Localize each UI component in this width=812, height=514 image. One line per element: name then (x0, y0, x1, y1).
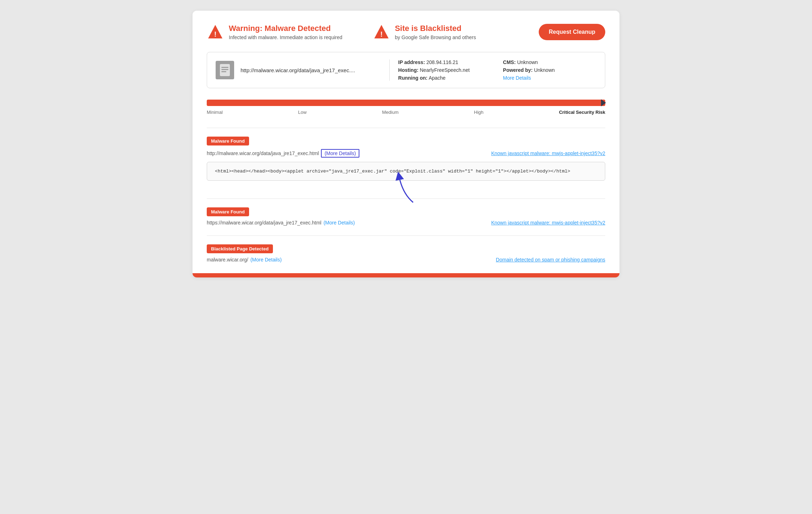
site-info-right: IP address: 208.94.116.21 CMS: Unknown H… (398, 59, 596, 81)
hosting-label: Hosting: (398, 67, 418, 73)
blacklisted-url: malware.wicar.org/ (207, 257, 248, 263)
malware-url-left-1: http://malware.wicar.org/data/java_jre17… (207, 149, 359, 158)
more-details-boxed-1[interactable]: (More Details) (321, 149, 359, 158)
known-malware-link-1[interactable]: Known javascript malware: mwjs-applet-in… (491, 150, 605, 156)
hosting-value: NearlyFreeSpeech.net (420, 67, 470, 73)
warning-blacklist-text: Site is Blacklisted by Google Safe Brows… (395, 24, 476, 40)
site-url: http://malware.wicar.org/data/java_jre17… (241, 67, 355, 73)
svg-text:!: ! (214, 30, 217, 38)
risk-label-critical: Critical Security Risk (559, 110, 605, 115)
risk-labels: Minimal Low Medium High Critical Securit… (207, 110, 605, 115)
running-label: Running on: (398, 75, 427, 81)
blacklisted-entry: Blacklisted Page Detected malware.wicar.… (207, 244, 605, 263)
blacklisted-url-row: malware.wicar.org/ (More Details) Domain… (207, 257, 605, 263)
svg-rect-5 (221, 67, 228, 68)
divider-1 (207, 128, 605, 128)
risk-label-high: High (474, 110, 484, 115)
warning-malware-text: Warning: Malware Detected Infected with … (229, 24, 342, 40)
blacklisted-badge: Blacklisted Page Detected (207, 244, 273, 253)
malware-url-left-2: https://malware.wicar.org/data/java_jre1… (207, 220, 355, 226)
risk-label-low: Low (298, 110, 307, 115)
svg-text:!: ! (380, 30, 383, 38)
code-section-1: <html><head></head><body><applet archive… (207, 162, 605, 181)
svg-rect-7 (221, 71, 226, 72)
ip-label: IP address: (398, 59, 425, 65)
ip-value: 208.94.116.21 (426, 59, 458, 65)
malware-entry-1: Malware Found http://malware.wicar.org/d… (207, 137, 605, 181)
blacklisted-more-details[interactable]: (More Details) (251, 257, 282, 263)
malware-entry-2: Malware Found https://malware.wicar.org/… (207, 207, 605, 226)
warning-icon-1: ! (207, 23, 224, 41)
warning-icon-2: ! (373, 23, 390, 41)
known-malware-link-2[interactable]: Known javascript malware: mwjs-applet-in… (491, 220, 605, 226)
hosting-info: Hosting: NearlyFreeSpeech.net (398, 67, 491, 73)
warning-title-2: Site is Blacklisted (395, 24, 476, 33)
domain-detected-link[interactable]: Domain detected on spam or phishing camp… (496, 257, 605, 263)
powered-label: Powered by: (503, 67, 533, 73)
running-value: Apache (429, 75, 445, 81)
request-cleanup-button[interactable]: Request Cleanup (539, 24, 605, 40)
cms-value: Unknown (517, 59, 538, 65)
document-icon (216, 61, 234, 79)
powered-value: Unknown (534, 67, 555, 73)
risk-bar (207, 100, 605, 106)
risk-label-minimal: Minimal (207, 110, 223, 115)
malware-url-1: http://malware.wicar.org/data/java_jre17… (207, 150, 319, 156)
site-info-box: http://malware.wicar.org/data/java_jre17… (207, 52, 605, 88)
malware-code-box-1: <html><head></head><body><applet archive… (207, 162, 605, 181)
warning-subtitle-1: Infected with malware. Immediate action … (229, 35, 342, 40)
warning-title-1: Warning: Malware Detected (229, 24, 342, 33)
divider-3 (207, 235, 605, 236)
blacklisted-url-left: malware.wicar.org/ (More Details) (207, 257, 282, 263)
ip-info: IP address: 208.94.116.21 (398, 59, 491, 65)
risk-label-medium: Medium (382, 110, 399, 115)
risk-bar-indicator (601, 99, 606, 106)
more-details-info[interactable]: More Details (503, 75, 596, 81)
divider-2 (207, 198, 605, 199)
warning-subtitle-2: by Google Safe Browsing and others (395, 35, 476, 40)
malware-badge-2: Malware Found (207, 207, 249, 216)
svg-rect-6 (221, 69, 228, 70)
malware-badge-1: Malware Found (207, 137, 249, 145)
more-details-inline-2[interactable]: (More Details) (323, 220, 355, 226)
more-details-link[interactable]: More Details (503, 75, 531, 81)
running-info: Running on: Apache (398, 75, 491, 81)
malware-url-2: https://malware.wicar.org/data/java_jre1… (207, 220, 321, 226)
powered-info: Powered by: Unknown (503, 67, 596, 73)
bottom-bar (193, 273, 619, 277)
malware-url-row-1: http://malware.wicar.org/data/java_jre17… (207, 149, 605, 158)
cms-info: CMS: Unknown (503, 59, 596, 65)
site-info-left: http://malware.wicar.org/data/java_jre17… (216, 59, 390, 81)
malware-url-row-2: https://malware.wicar.org/data/java_jre1… (207, 220, 605, 226)
risk-section: Minimal Low Medium High Critical Securit… (207, 100, 605, 115)
cms-label: CMS: (503, 59, 516, 65)
